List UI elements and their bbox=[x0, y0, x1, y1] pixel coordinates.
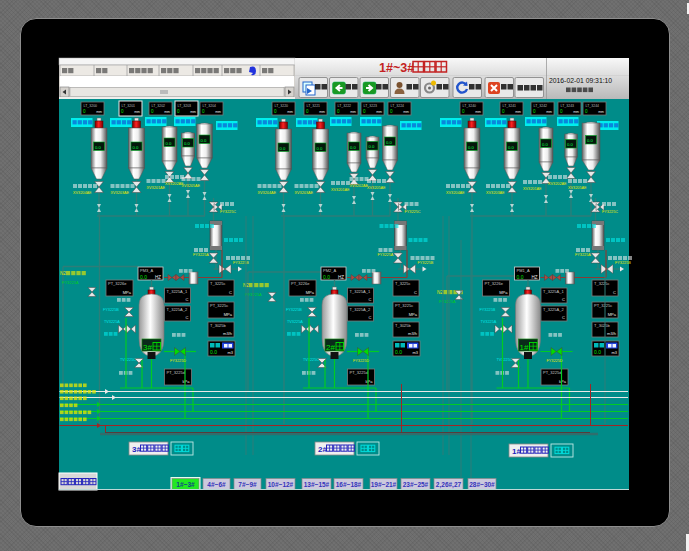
svg-text:T_3025b: T_3025b bbox=[210, 323, 227, 328]
svg-text:mm: mm bbox=[515, 110, 521, 114]
svg-text:T_3025b: T_3025b bbox=[395, 323, 412, 328]
svg-text:mm: mm bbox=[215, 110, 221, 114]
svg-text:0.0: 0.0 bbox=[542, 142, 548, 147]
svg-text:XV3201AE: XV3201AE bbox=[523, 187, 542, 191]
svg-text:FY3225B: FY3225B bbox=[233, 261, 249, 265]
svg-text:HZ: HZ bbox=[338, 275, 344, 280]
svg-text:HZ: HZ bbox=[532, 275, 538, 280]
svg-text:0.0: 0.0 bbox=[468, 145, 474, 150]
svg-text:TV3225C: TV3225C bbox=[497, 358, 513, 362]
svg-text:XV3205AE: XV3205AE bbox=[182, 184, 201, 188]
svg-text:mm: mm bbox=[598, 110, 604, 114]
svg-text:kPa: kPa bbox=[366, 379, 374, 384]
svg-text:m3/h: m3/h bbox=[607, 331, 616, 336]
svg-text:PT_3225d: PT_3225d bbox=[167, 370, 185, 375]
svg-text:T_3225c: T_3225c bbox=[594, 281, 610, 286]
svg-text:LT_3242: LT_3242 bbox=[534, 104, 548, 108]
svg-text:PT_3225d: PT_3225d bbox=[350, 370, 368, 375]
svg-text:FY3225C: FY3225C bbox=[602, 210, 618, 214]
svg-text:PT_3226e: PT_3226e bbox=[108, 281, 127, 286]
svg-text:FY3225A: FY3225A bbox=[378, 253, 394, 257]
svg-text:PT_3225c: PT_3225c bbox=[210, 303, 228, 308]
svg-text:0.0: 0.0 bbox=[166, 141, 172, 146]
svg-text:mm: mm bbox=[96, 110, 102, 114]
svg-text:PT_3226e: PT_3226e bbox=[485, 281, 504, 286]
svg-text:0.0: 0.0 bbox=[280, 146, 286, 151]
svg-text:XV3204AE: XV3204AE bbox=[446, 191, 465, 195]
svg-text:0.0: 0.0 bbox=[95, 145, 101, 150]
svg-text:0.0: 0.0 bbox=[369, 144, 375, 149]
svg-text:LT_3203: LT_3203 bbox=[178, 104, 192, 108]
svg-text:LT_3223: LT_3223 bbox=[364, 104, 378, 108]
svg-text:FY3225D: FY3225D bbox=[353, 359, 369, 363]
svg-text:0.0: 0.0 bbox=[587, 138, 593, 143]
svg-text:m3: m3 bbox=[227, 350, 233, 355]
svg-text:TV3225A: TV3225A bbox=[481, 320, 497, 324]
svg-text:PM2_A: PM2_A bbox=[323, 268, 336, 273]
svg-text:FY3225A: FY3225A bbox=[439, 299, 456, 304]
svg-text:3#: 3# bbox=[143, 343, 152, 352]
svg-text:0.0: 0.0 bbox=[350, 145, 356, 150]
svg-text:XV3202AE: XV3202AE bbox=[350, 184, 369, 188]
svg-text:mm: mm bbox=[403, 110, 409, 114]
svg-text:C: C bbox=[562, 315, 565, 320]
svg-text:mm: mm bbox=[134, 110, 140, 114]
svg-text:2016-02-01 09:31:10: 2016-02-01 09:31:10 bbox=[549, 77, 612, 84]
svg-text:4#~6#: 4#~6# bbox=[207, 481, 226, 488]
svg-text:T_3225A_2: T_3225A_2 bbox=[543, 307, 564, 312]
svg-text:FY3225A: FY3225A bbox=[193, 253, 209, 257]
svg-text:LT_3221: LT_3221 bbox=[307, 104, 321, 108]
svg-text:m3: m3 bbox=[412, 350, 418, 355]
svg-text:FY3225B: FY3225B bbox=[286, 308, 302, 312]
svg-text:MPa: MPa bbox=[123, 290, 132, 295]
svg-text:LT_3241: LT_3241 bbox=[503, 104, 517, 108]
svg-text:mm: mm bbox=[164, 110, 170, 114]
svg-text:0.0: 0.0 bbox=[184, 141, 190, 146]
svg-text:0.0: 0.0 bbox=[140, 274, 147, 280]
svg-text:N2: N2 bbox=[60, 271, 66, 276]
svg-text:PT_3225c: PT_3225c bbox=[395, 303, 413, 308]
svg-text:C: C bbox=[369, 297, 372, 302]
svg-text:T_3225A_2: T_3225A_2 bbox=[167, 307, 188, 312]
svg-text:XV3203AE: XV3203AE bbox=[295, 191, 314, 195]
svg-text:LT_3200: LT_3200 bbox=[84, 104, 98, 108]
svg-text:FY3225B: FY3225B bbox=[615, 261, 631, 265]
svg-text:XV3203AE: XV3203AE bbox=[486, 191, 505, 195]
svg-text:2#: 2# bbox=[326, 343, 335, 352]
svg-text:C: C bbox=[186, 315, 189, 320]
svg-text:T_3225A_1: T_3225A_1 bbox=[543, 289, 564, 294]
svg-text:2,26#,27: 2,26#,27 bbox=[436, 481, 462, 489]
svg-text:C: C bbox=[562, 297, 565, 302]
svg-text:0.0: 0.0 bbox=[386, 140, 392, 145]
svg-text:0.0: 0.0 bbox=[395, 349, 402, 355]
svg-text:0.0: 0.0 bbox=[317, 146, 323, 151]
svg-text:28#~30#: 28#~30# bbox=[469, 481, 495, 488]
svg-text:m3/h: m3/h bbox=[408, 331, 417, 336]
svg-text:T_3225c: T_3225c bbox=[395, 281, 411, 286]
svg-text:FY3225C: FY3225C bbox=[220, 210, 236, 214]
svg-text:MPa: MPa bbox=[224, 312, 233, 317]
svg-text:0.0: 0.0 bbox=[201, 138, 207, 143]
svg-text:TV3225A: TV3225A bbox=[104, 320, 120, 324]
svg-text:T_3225A_1: T_3225A_1 bbox=[350, 289, 371, 294]
svg-text:XV3201AE: XV3201AE bbox=[331, 188, 350, 192]
svg-text:13#~15#: 13#~15# bbox=[304, 481, 330, 488]
svg-text:T_3025b: T_3025b bbox=[594, 323, 611, 328]
svg-text:C: C bbox=[186, 297, 189, 302]
svg-text:kPa: kPa bbox=[559, 379, 567, 384]
svg-text:LT_3222: LT_3222 bbox=[338, 104, 352, 108]
svg-text:0.0: 0.0 bbox=[594, 349, 601, 355]
svg-text:FY3225A: FY3225A bbox=[575, 253, 591, 257]
svg-text:0.0: 0.0 bbox=[133, 145, 139, 150]
svg-text:LT_3202: LT_3202 bbox=[152, 104, 166, 108]
svg-text:MPa: MPa bbox=[499, 290, 508, 295]
svg-text:XV3204AE: XV3204AE bbox=[258, 191, 277, 195]
svg-text:FY3225B: FY3225B bbox=[103, 308, 119, 312]
svg-text:C: C bbox=[613, 290, 616, 295]
svg-text:FY3225D: FY3225D bbox=[170, 359, 186, 363]
svg-text:XV3204AE: XV3204AE bbox=[73, 191, 92, 195]
svg-text:C: C bbox=[229, 290, 232, 295]
svg-text:FY3225A: FY3225A bbox=[245, 292, 262, 297]
svg-text:1#~3#: 1#~3# bbox=[379, 61, 414, 75]
svg-text:0.0: 0.0 bbox=[517, 274, 524, 280]
